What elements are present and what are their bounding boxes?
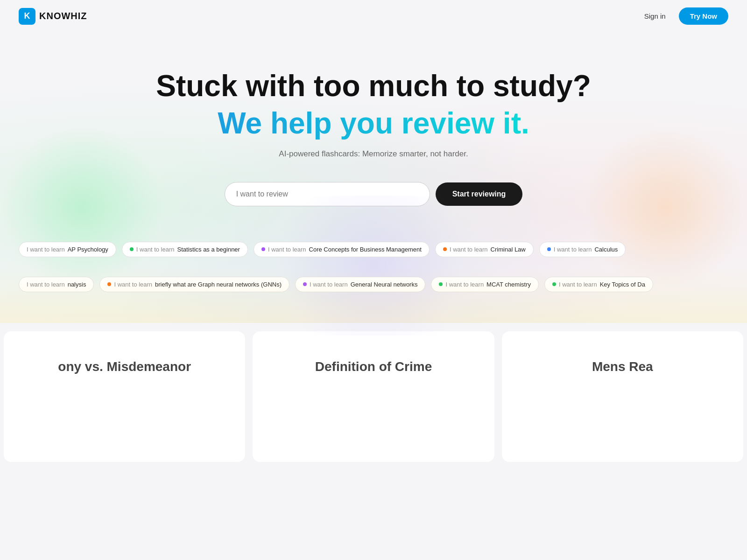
nav-right: Sign in Try Now xyxy=(639,7,728,25)
tag-prefix: I want to learn xyxy=(136,246,175,253)
tag-dot xyxy=(107,282,111,286)
logo-letter: K xyxy=(24,11,30,21)
tags-row-2: I want to learn nalysisI want to learn b… xyxy=(19,274,728,295)
tag-prefix: I want to learn xyxy=(310,281,348,288)
tag-pill[interactable]: I want to learn Calculus xyxy=(539,242,626,257)
tag-prefix: I want to learn xyxy=(554,246,592,253)
cards-section: ony vs. MisdemeanorDefinition of CrimeMe… xyxy=(0,328,747,466)
tag-prefix: I want to learn xyxy=(559,281,597,288)
tag-topic: MCAT chemistry xyxy=(486,281,531,288)
tag-pill[interactable]: I want to learn AP Psychology xyxy=(19,242,116,257)
tags-row-1: I want to learn AP PsychologyI want to l… xyxy=(19,239,728,260)
search-area: Start reviewing xyxy=(19,182,728,206)
try-now-button[interactable]: Try Now xyxy=(679,7,728,25)
logo-area: K KNOWHIZ xyxy=(19,8,87,25)
tag-pill[interactable]: I want to learn Statistics as a beginner xyxy=(122,242,248,257)
hero-description: AI-powered flashcards: Memorize smarter,… xyxy=(19,149,728,159)
tag-dot xyxy=(130,247,134,251)
tag-pill[interactable]: I want to learn Key Topics of Da xyxy=(544,277,653,292)
tag-dot xyxy=(261,247,265,251)
tag-topic: Key Topics of Da xyxy=(600,281,645,288)
tag-pill[interactable]: I want to learn briefly what are Graph n… xyxy=(99,277,289,292)
tag-pill[interactable]: I want to learn Criminal Law xyxy=(435,242,534,257)
tag-dot xyxy=(443,247,447,251)
tag-prefix: I want to learn xyxy=(27,281,65,288)
tag-dot xyxy=(552,282,556,286)
tag-topic: Statistics as a beginner xyxy=(177,246,240,253)
tags-row-1-container: I want to learn AP PsychologyI want to l… xyxy=(19,234,728,269)
tag-topic: briefly what are Graph neural networks (… xyxy=(155,281,282,288)
flashcard[interactable]: ony vs. Misdemeanor xyxy=(4,331,245,462)
logo-name: KNOWHIZ xyxy=(39,11,87,21)
tag-pill[interactable]: I want to learn nalysis xyxy=(19,277,94,292)
tag-pill[interactable]: I want to learn Core Concepts for Busine… xyxy=(254,242,430,257)
tag-topic: Calculus xyxy=(594,246,618,253)
tag-topic: nalysis xyxy=(68,281,86,288)
tag-dot xyxy=(547,247,551,251)
tag-prefix: I want to learn xyxy=(268,246,306,253)
hero-title-line2: We help you review it. xyxy=(19,107,728,140)
tag-dot xyxy=(439,282,443,286)
tag-topic: General Neural networks xyxy=(351,281,418,288)
tag-dot xyxy=(303,282,307,286)
tag-prefix: I want to learn xyxy=(114,281,152,288)
tag-pill[interactable]: I want to learn General Neural networks xyxy=(295,277,425,292)
hero-title-line1: Stuck with too much to study? xyxy=(19,70,728,102)
hero-subtitle-text: We help you review it. xyxy=(218,106,529,140)
navbar: K KNOWHIZ Sign in Try Now xyxy=(0,0,747,32)
hero-section: Stuck with too much to study? We help yo… xyxy=(0,32,747,323)
tag-topic: Criminal Law xyxy=(491,246,526,253)
card-title: ony vs. Misdemeanor xyxy=(58,359,191,374)
start-reviewing-button[interactable]: Start reviewing xyxy=(436,182,523,206)
flashcard[interactable]: Definition of Crime xyxy=(253,331,494,462)
tag-topic: Core Concepts for Business Management xyxy=(309,246,422,253)
tags-row-2-container: I want to learn nalysisI want to learn b… xyxy=(19,269,728,304)
logo-icon: K xyxy=(19,8,35,25)
search-input[interactable] xyxy=(225,182,430,206)
tag-pill[interactable]: I want to learn MCAT chemistry xyxy=(431,277,539,292)
tag-prefix: I want to learn xyxy=(450,246,488,253)
tag-prefix: I want to learn xyxy=(27,246,65,253)
flashcard[interactable]: Mens Rea xyxy=(502,331,743,462)
card-title: Definition of Crime xyxy=(315,359,432,374)
tag-prefix: I want to learn xyxy=(445,281,484,288)
tag-topic: AP Psychology xyxy=(68,246,108,253)
sign-in-button[interactable]: Sign in xyxy=(639,8,671,24)
card-title: Mens Rea xyxy=(592,359,653,374)
